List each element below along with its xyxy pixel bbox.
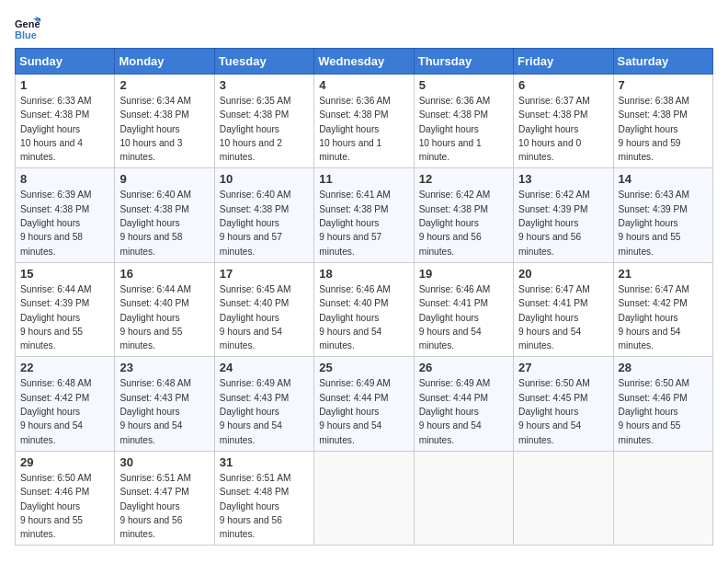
day-cell: 6 Sunrise: 6:37 AM Sunset: 4:38 PM Dayli… — [514, 75, 613, 168]
day-cell — [414, 451, 513, 545]
day-header-sunday: Sunday — [16, 49, 115, 75]
header: General Blue — [15, 15, 713, 40]
day-cell: 29 Sunrise: 6:50 AM Sunset: 4:46 PM Dayl… — [16, 451, 115, 545]
day-number: 3 — [220, 78, 309, 92]
day-info: Sunrise: 6:51 AM Sunset: 4:47 PM Dayligh… — [119, 471, 209, 541]
day-cell: 8 Sunrise: 6:39 AM Sunset: 4:38 PM Dayli… — [16, 168, 115, 262]
day-info: Sunrise: 6:38 AM Sunset: 4:38 PM Dayligh… — [619, 94, 708, 164]
day-cell: 26 Sunrise: 6:49 AM Sunset: 4:44 PM Dayl… — [414, 357, 513, 451]
day-cell: 2 Sunrise: 6:34 AM Sunset: 4:38 PM Dayli… — [115, 75, 214, 168]
day-number: 22 — [20, 361, 109, 374]
day-info: Sunrise: 6:49 AM Sunset: 4:44 PM Dayligh… — [319, 376, 408, 446]
day-number: 30 — [119, 455, 209, 469]
day-cell: 7 Sunrise: 6:38 AM Sunset: 4:38 PM Dayli… — [613, 75, 712, 168]
day-number: 17 — [220, 267, 309, 281]
day-number: 8 — [20, 172, 109, 186]
day-number: 21 — [619, 267, 708, 281]
day-info: Sunrise: 6:46 AM Sunset: 4:41 PM Dayligh… — [419, 282, 508, 352]
day-number: 24 — [220, 361, 309, 374]
day-info: Sunrise: 6:44 AM Sunset: 4:40 PM Dayligh… — [119, 282, 209, 352]
day-cell: 19 Sunrise: 6:46 AM Sunset: 4:41 PM Dayl… — [414, 262, 513, 356]
day-cell — [314, 451, 414, 545]
day-info: Sunrise: 6:45 AM Sunset: 4:40 PM Dayligh… — [220, 282, 309, 352]
day-info: Sunrise: 6:35 AM Sunset: 4:38 PM Dayligh… — [220, 94, 309, 164]
day-cell: 25 Sunrise: 6:49 AM Sunset: 4:44 PM Dayl… — [314, 357, 414, 451]
day-number: 14 — [619, 172, 708, 186]
day-info: Sunrise: 6:37 AM Sunset: 4:38 PM Dayligh… — [518, 94, 608, 164]
day-number: 19 — [419, 267, 508, 281]
day-cell: 17 Sunrise: 6:45 AM Sunset: 4:40 PM Dayl… — [214, 262, 313, 356]
day-number: 11 — [319, 172, 408, 186]
day-number: 2 — [119, 78, 209, 92]
day-info: Sunrise: 6:50 AM Sunset: 4:46 PM Dayligh… — [20, 471, 109, 541]
svg-text:Blue: Blue — [15, 29, 37, 40]
day-number: 7 — [619, 78, 708, 92]
day-header-tuesday: Tuesday — [214, 49, 313, 75]
day-number: 18 — [319, 267, 408, 281]
day-info: Sunrise: 6:51 AM Sunset: 4:48 PM Dayligh… — [220, 471, 309, 541]
day-number: 16 — [119, 267, 209, 281]
day-number: 12 — [419, 172, 508, 186]
day-info: Sunrise: 6:36 AM Sunset: 4:38 PM Dayligh… — [319, 94, 408, 164]
day-cell: 30 Sunrise: 6:51 AM Sunset: 4:47 PM Dayl… — [115, 451, 214, 545]
day-info: Sunrise: 6:44 AM Sunset: 4:39 PM Dayligh… — [20, 282, 109, 352]
day-cell: 31 Sunrise: 6:51 AM Sunset: 4:48 PM Dayl… — [214, 451, 313, 545]
day-info: Sunrise: 6:34 AM Sunset: 4:38 PM Dayligh… — [119, 94, 209, 164]
day-cell: 12 Sunrise: 6:42 AM Sunset: 4:38 PM Dayl… — [414, 168, 513, 262]
day-number: 6 — [518, 78, 608, 92]
day-cell: 14 Sunrise: 6:43 AM Sunset: 4:39 PM Dayl… — [613, 168, 712, 262]
day-cell: 5 Sunrise: 6:36 AM Sunset: 4:38 PM Dayli… — [414, 75, 513, 168]
day-number: 31 — [220, 455, 309, 469]
day-cell: 27 Sunrise: 6:50 AM Sunset: 4:45 PM Dayl… — [514, 357, 613, 451]
logo: General Blue — [15, 15, 44, 40]
week-row-1: 1 Sunrise: 6:33 AM Sunset: 4:38 PM Dayli… — [16, 75, 713, 168]
day-number: 15 — [20, 267, 109, 281]
day-number: 28 — [619, 361, 708, 374]
day-cell: 23 Sunrise: 6:48 AM Sunset: 4:43 PM Dayl… — [115, 357, 214, 451]
day-cell: 1 Sunrise: 6:33 AM Sunset: 4:38 PM Dayli… — [16, 75, 115, 168]
calendar-body: 1 Sunrise: 6:33 AM Sunset: 4:38 PM Dayli… — [16, 75, 713, 546]
day-cell: 22 Sunrise: 6:48 AM Sunset: 4:42 PM Dayl… — [16, 357, 115, 451]
day-cell: 10 Sunrise: 6:40 AM Sunset: 4:38 PM Dayl… — [214, 168, 313, 262]
week-row-5: 29 Sunrise: 6:50 AM Sunset: 4:46 PM Dayl… — [16, 451, 713, 545]
day-number: 26 — [419, 361, 508, 374]
day-cell: 20 Sunrise: 6:47 AM Sunset: 4:41 PM Dayl… — [514, 262, 613, 356]
day-cell: 18 Sunrise: 6:46 AM Sunset: 4:40 PM Dayl… — [314, 262, 414, 356]
day-info: Sunrise: 6:40 AM Sunset: 4:38 PM Dayligh… — [220, 188, 309, 258]
day-info: Sunrise: 6:49 AM Sunset: 4:43 PM Dayligh… — [220, 376, 309, 446]
day-cell: 9 Sunrise: 6:40 AM Sunset: 4:38 PM Dayli… — [115, 168, 214, 262]
day-info: Sunrise: 6:50 AM Sunset: 4:45 PM Dayligh… — [518, 376, 608, 446]
day-cell: 4 Sunrise: 6:36 AM Sunset: 4:38 PM Dayli… — [314, 75, 414, 168]
day-number: 25 — [319, 361, 408, 374]
day-info: Sunrise: 6:43 AM Sunset: 4:39 PM Dayligh… — [619, 188, 708, 258]
day-number: 9 — [119, 172, 209, 186]
day-number: 1 — [20, 78, 109, 92]
day-header-monday: Monday — [115, 49, 214, 75]
calendar-header-row: SundayMondayTuesdayWednesdayThursdayFrid… — [16, 49, 713, 75]
day-info: Sunrise: 6:48 AM Sunset: 4:43 PM Dayligh… — [119, 376, 209, 446]
calendar-table: SundayMondayTuesdayWednesdayThursdayFrid… — [15, 48, 713, 546]
day-info: Sunrise: 6:49 AM Sunset: 4:44 PM Dayligh… — [419, 376, 508, 446]
day-info: Sunrise: 6:39 AM Sunset: 4:38 PM Dayligh… — [20, 188, 109, 258]
day-number: 13 — [518, 172, 608, 186]
day-info: Sunrise: 6:47 AM Sunset: 4:41 PM Dayligh… — [518, 282, 608, 352]
day-cell — [514, 451, 613, 545]
day-cell: 21 Sunrise: 6:47 AM Sunset: 4:42 PM Dayl… — [613, 262, 712, 356]
day-number: 10 — [220, 172, 309, 186]
day-info: Sunrise: 6:46 AM Sunset: 4:40 PM Dayligh… — [319, 282, 408, 352]
day-info: Sunrise: 6:47 AM Sunset: 4:42 PM Dayligh… — [619, 282, 708, 352]
day-number: 4 — [319, 78, 408, 92]
week-row-3: 15 Sunrise: 6:44 AM Sunset: 4:39 PM Dayl… — [16, 262, 713, 356]
day-header-thursday: Thursday — [414, 49, 513, 75]
day-info: Sunrise: 6:48 AM Sunset: 4:42 PM Dayligh… — [20, 376, 109, 446]
week-row-4: 22 Sunrise: 6:48 AM Sunset: 4:42 PM Dayl… — [16, 357, 713, 451]
day-cell: 16 Sunrise: 6:44 AM Sunset: 4:40 PM Dayl… — [115, 262, 214, 356]
logo-icon: General Blue — [15, 15, 40, 40]
day-cell: 3 Sunrise: 6:35 AM Sunset: 4:38 PM Dayli… — [214, 75, 313, 168]
day-info: Sunrise: 6:40 AM Sunset: 4:38 PM Dayligh… — [119, 188, 209, 258]
day-info: Sunrise: 6:36 AM Sunset: 4:38 PM Dayligh… — [419, 94, 508, 164]
day-info: Sunrise: 6:42 AM Sunset: 4:38 PM Dayligh… — [419, 188, 508, 258]
day-info: Sunrise: 6:41 AM Sunset: 4:38 PM Dayligh… — [319, 188, 408, 258]
day-cell: 13 Sunrise: 6:42 AM Sunset: 4:39 PM Dayl… — [514, 168, 613, 262]
day-number: 29 — [20, 455, 109, 469]
